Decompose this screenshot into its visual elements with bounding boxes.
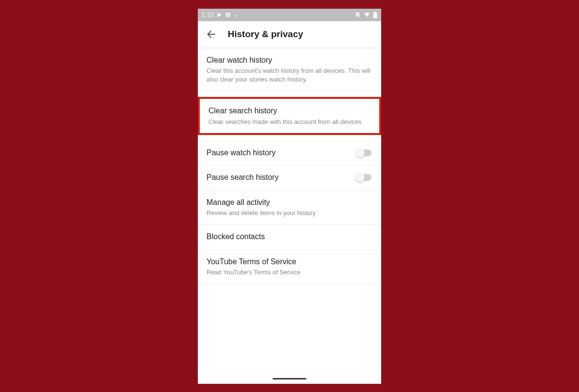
setting-title: Clear search history <box>208 106 371 116</box>
toggle-thumb <box>355 173 365 182</box>
toggle-thumb <box>355 148 365 158</box>
clear-watch-history-item[interactable]: Clear watch history Clear this account's… <box>198 48 381 92</box>
download-icon <box>234 12 239 17</box>
setting-subtitle: Clear this account's watch history from … <box>207 67 372 84</box>
back-button[interactable] <box>205 27 218 41</box>
clear-search-history-item[interactable]: Clear search history Clear searches made… <box>200 99 379 133</box>
status-time: 1:33 <box>202 11 214 18</box>
setting-title: Pause watch history <box>207 148 355 158</box>
status-right <box>354 12 377 18</box>
setting-title: YouTube Terms of Service <box>207 257 372 267</box>
mute-icon <box>354 12 361 18</box>
back-arrow-icon <box>206 29 217 40</box>
setting-subtitle: Read YouTube's Terms of Service <box>207 268 372 277</box>
battery-icon <box>373 12 377 18</box>
highlighted-item: Clear search history Clear searches made… <box>198 97 381 135</box>
pause-watch-history-item[interactable]: Pause watch history <box>198 141 381 165</box>
setting-title: Clear watch history <box>207 55 372 66</box>
pause-watch-history-toggle[interactable] <box>355 148 372 158</box>
status-left: 1:33 <box>202 11 239 18</box>
play-store-icon <box>217 12 222 18</box>
pause-search-history-item[interactable]: Pause search history <box>198 165 381 190</box>
manage-activity-item[interactable]: Manage all activity Review and delete it… <box>198 190 381 225</box>
setting-subtitle: Clear searches made with this account fr… <box>208 118 371 126</box>
download-box-icon <box>225 12 231 17</box>
setting-subtitle: Review and delete items in your history <box>207 209 372 217</box>
nav-handle[interactable] <box>273 378 306 379</box>
blocked-contacts-item[interactable]: Blocked contacts <box>198 225 381 249</box>
status-bar: 1:33 <box>198 9 381 21</box>
page-title: History & privacy <box>228 29 303 40</box>
settings-list: Clear watch history Clear this account's… <box>198 48 381 374</box>
app-bar: History & privacy <box>198 21 381 48</box>
setting-title: Manage all activity <box>207 197 372 208</box>
nav-bar <box>198 374 381 384</box>
phone-frame: 1:33 History & privacy Clear watch histo… <box>198 9 381 384</box>
terms-of-service-item[interactable]: YouTube Terms of Service Read YouTube's … <box>198 250 381 284</box>
setting-title: Blocked contacts <box>207 231 372 242</box>
wifi-icon <box>363 12 371 18</box>
pause-search-history-toggle[interactable] <box>355 173 372 182</box>
setting-title: Pause search history <box>207 172 355 183</box>
